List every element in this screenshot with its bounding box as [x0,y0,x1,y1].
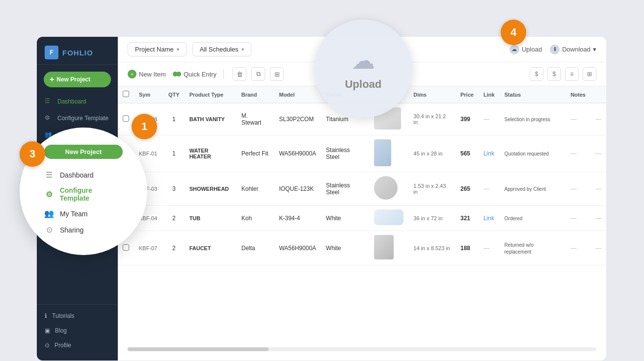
price-usd-button[interactable]: $ [530,67,543,81]
download-icon: ⬇ [550,45,560,54]
download-button[interactable]: ⬇ Download ▾ [550,45,596,54]
product-image [374,209,403,225]
exp-nav-configure[interactable]: ⚙ Configure Template [39,183,128,206]
row-checkbox[interactable] [123,115,129,122]
exp-nav-dashboard[interactable]: ☰ Dashboard [39,167,128,183]
brand-cell: M. Stewart [237,103,274,135]
model-cell: K-394-4 [274,206,321,231]
status-cell: Ordered [500,206,566,231]
price-cell: 321 [456,206,479,231]
new-item-button[interactable]: + New Item [128,70,166,78]
type-cell: SHOWERHEAD [185,172,237,206]
horizontal-scrollbar[interactable] [128,347,596,351]
sidebar-logo: F FOHLIO [37,37,118,65]
toolbar-right: $ $ ≡ ⊞ [530,67,596,81]
price-alt-button[interactable]: $ [547,67,561,81]
new-project-button[interactable]: New Project [44,72,111,87]
extra-cell: — [590,231,606,265]
brand-cell: Koh [237,206,274,231]
exp-new-project-button[interactable]: New Project [44,145,123,159]
price-cell: 399 [456,103,479,135]
quick-entry-button[interactable]: Quick Entry [173,71,216,78]
extra-cell: — [590,172,606,206]
blog-icon: ▣ [45,327,50,334]
dashboard-icon: ☰ [45,98,53,105]
product-image [374,235,394,259]
qty-cell: 3 [163,172,185,206]
product-image [374,139,391,166]
row-checkbox[interactable] [123,244,129,251]
image-cell [369,135,408,172]
image-cell [369,206,408,231]
header-right: ☁ Upload ⬇ Download ▾ [510,45,596,54]
status-cell: Returned w/o replacement [500,231,566,265]
product-table-wrapper: Sym QTY Product Type Brand Model Finish … [118,86,606,347]
notes-cell: — [565,172,590,206]
table-row: KBF-04 2 TUB Koh K-394-4 White 36 in x 7… [118,206,606,231]
list-view-button[interactable]: ≡ [565,67,579,81]
product-link[interactable]: Link [483,150,494,157]
dims-cell: 36 in x 72 in [408,206,456,231]
tutorials-link[interactable]: ℹ Tutorials [37,309,118,323]
logo-text: FOHLIO [62,49,93,57]
image-cell [369,231,408,265]
extra-cell: — [590,206,606,231]
upload-cloud-icon: ☁ [351,47,375,74]
qty-cell: 1 [163,135,185,172]
extra-cell: — [590,103,606,135]
product-link[interactable]: Link [483,215,494,222]
exp-gear-icon: ⚙ [44,190,54,199]
type-cell: FAUCET [185,231,237,265]
copy-icon-button[interactable]: ⧉ [251,67,265,81]
all-schedules-dropdown[interactable]: All Schedules [192,42,251,56]
table-row: KBF-07 2 FAUCET Delta WA56H9000A White 1… [118,231,606,265]
link-dash: — [483,245,489,252]
link-cell[interactable]: Link [479,206,500,231]
col-link: Link [479,86,500,103]
table-row: KBF-01 1 WATER HEATER Perfect Fit WA56H9… [118,135,606,172]
split-icon-button[interactable]: ⊞ [270,67,284,81]
status-cell: Selection in progress [500,103,566,135]
grid-view-button[interactable]: ⊞ [583,67,596,81]
upload-button[interactable]: ☁ Upload [510,45,542,54]
toolbar-separator [223,69,224,79]
link-cell[interactable]: — [479,231,500,265]
upload-overlay-label: Upload [345,78,382,91]
col-brand: Brand [237,86,274,103]
brand-cell: Perfect Fit [237,135,274,172]
col-status: Status [500,86,566,103]
blog-link[interactable]: ▣ Blog [37,323,118,338]
sidebar-item-configure-template[interactable]: ⚙ Configure Template [37,110,118,127]
link-dash: — [483,116,489,123]
delete-icon-button[interactable]: 🗑 [233,67,246,81]
profile-link[interactable]: ⊙ Profile [37,338,118,353]
link-cell[interactable]: — [479,172,500,206]
exp-nav-team[interactable]: 👥 My Team [39,206,128,222]
col-checkbox [118,86,134,103]
model-cell: IOQUE-123K [274,172,321,206]
col-price: Price [456,86,479,103]
price-cell: 265 [456,172,479,206]
finish-cell: Stainless Steel [321,172,369,206]
brand-cell: Kohler [237,172,274,206]
scrollbar-thumb[interactable] [128,347,268,351]
add-icon: + [128,70,136,78]
sidebar-bottom: ℹ Tutorials ▣ Blog ⊙ Profile [37,304,118,361]
step-4-circle: 4 [501,20,526,45]
qty-cell: 2 [163,231,185,265]
link-cell[interactable]: — [479,103,500,135]
project-name-dropdown[interactable]: Project Name [128,42,187,56]
select-all-checkbox[interactable] [123,91,129,97]
sym-cell: KBF-07 [134,231,163,265]
fohlio-logo-icon: F [45,46,58,59]
upload-overlay: ☁ Upload [314,20,412,118]
link-cell[interactable]: Link [479,135,500,172]
dims-cell: 30.4 in x 21.2 in [408,103,456,135]
type-cell: TUB [185,206,237,231]
step-3-circle: 3 [20,141,45,167]
col-model: Model [274,86,321,103]
sidebar-item-dashboard[interactable]: ☰ Dashboard [37,93,118,110]
notes-cell: — [565,103,590,135]
dims-cell: 1.53 in x 2.43 in [408,172,456,206]
exp-nav-sharing[interactable]: ⊙ Sharing [39,222,128,238]
